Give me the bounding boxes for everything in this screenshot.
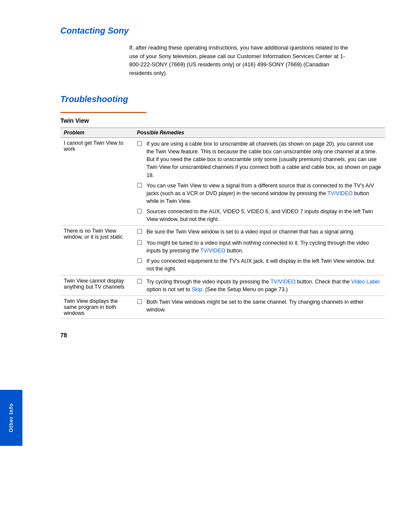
section-divider — [60, 112, 146, 113]
troubleshooting-title: Troubleshooting — [60, 94, 385, 104]
list-item: If you are using a cable box to unscramb… — [137, 140, 382, 179]
bullet-icon — [137, 208, 145, 216]
bullet-icon — [137, 299, 145, 307]
svg-rect-0 — [137, 141, 142, 146]
remedy-cell: Both Twin View windows might be set to t… — [134, 296, 385, 318]
table-row: Twin View displays the same program in b… — [60, 296, 385, 318]
remedy-list: Both Twin View windows might be set to t… — [137, 298, 382, 314]
table-header-row: Problem Possible Remedies — [60, 128, 385, 138]
svg-rect-2 — [137, 209, 142, 213]
list-item: Sources connected to the AUX, VIDEO 5, V… — [137, 208, 382, 223]
side-tab: Other Info — [0, 390, 22, 446]
remedy-list: If you are using a cable box to unscramb… — [137, 140, 382, 223]
svg-rect-5 — [137, 258, 142, 263]
bullet-icon — [137, 182, 145, 190]
troubleshooting-section: Troubleshooting Twin View Problem Possib… — [60, 94, 385, 319]
contacting-sony-section: Contacting Sony If, after reading these … — [60, 26, 385, 77]
bullet-icon — [137, 140, 145, 149]
tvvideo-link2[interactable]: TV/VIDEO — [200, 248, 225, 254]
remedy-cell: If you are using a cable box to unscramb… — [134, 138, 385, 226]
remedy-text: Be sure the Twin View window is set to a… — [146, 228, 382, 236]
intro-text-content: If, after reading these operating instru… — [129, 44, 348, 76]
list-item: Try cycling through the video inputs by … — [137, 278, 382, 293]
remedy-list: Try cycling through the video inputs by … — [137, 278, 382, 293]
table-row: I cannot get Twin View to work If you ar… — [60, 138, 385, 226]
problem-cell: Twin View displays the same program in b… — [60, 296, 134, 318]
page-number: 78 — [60, 332, 385, 339]
remedy-text: If you are using a cable box to unscramb… — [146, 140, 382, 179]
tvvideo-link3[interactable]: TV/VIDEO — [271, 279, 296, 285]
video-label-link[interactable]: Video Label — [351, 279, 380, 285]
bullet-icon — [137, 240, 145, 248]
svg-rect-1 — [137, 183, 142, 187]
svg-rect-4 — [137, 240, 142, 245]
remedy-text: You might be tuned to a video input with… — [146, 239, 382, 255]
remedy-text: If you connected equipment to the TV's A… — [146, 257, 382, 273]
problem-cell: I cannot get Twin View to work — [60, 138, 134, 226]
remedy-text: You can use Twin View to view a signal f… — [146, 182, 382, 205]
col-header-remedies: Possible Remedies — [134, 128, 385, 138]
bullet-icon — [137, 278, 145, 286]
col-header-problem: Problem — [60, 128, 134, 138]
list-item: If you connected equipment to the TV's A… — [137, 257, 382, 273]
remedy-text: Both Twin View windows might be set to t… — [146, 298, 382, 314]
remedy-text: Try cycling through the video inputs by … — [146, 278, 382, 293]
list-item: Be sure the Twin View window is set to a… — [137, 228, 382, 236]
contacting-sony-title: Contacting Sony — [60, 26, 385, 36]
svg-rect-3 — [137, 229, 142, 233]
bullet-icon — [137, 228, 145, 236]
remedy-text: Sources connected to the AUX, VIDEO 5, V… — [146, 208, 382, 223]
troubleshooting-table: Problem Possible Remedies I cannot get T… — [60, 128, 385, 319]
problem-cell: There is no Twin View window, or it is j… — [60, 226, 134, 275]
table-row: There is no Twin View window, or it is j… — [60, 226, 385, 275]
remedy-cell: Be sure the Twin View window is set to a… — [134, 226, 385, 275]
bullet-icon — [137, 258, 145, 266]
list-item: You might be tuned to a video input with… — [137, 239, 382, 255]
contacting-sony-intro: If, after reading these operating instru… — [129, 44, 353, 77]
twin-view-subtitle: Twin View — [60, 117, 385, 124]
svg-rect-7 — [137, 299, 142, 304]
side-tab-label: Other Info — [8, 403, 14, 432]
skip-link[interactable]: Skip — [192, 286, 202, 292]
list-item: You can use Twin View to view a signal f… — [137, 182, 382, 205]
problem-cell: Twin View cannot display anything but TV… — [60, 275, 134, 296]
tvvideo-link[interactable]: TV/VIDEO — [327, 190, 352, 196]
remedy-list: Be sure the Twin View window is set to a… — [137, 228, 382, 273]
table-row: Twin View cannot display anything but TV… — [60, 275, 385, 296]
list-item: Both Twin View windows might be set to t… — [137, 298, 382, 314]
svg-rect-6 — [137, 279, 142, 283]
remedy-cell: Try cycling through the video inputs by … — [134, 275, 385, 296]
